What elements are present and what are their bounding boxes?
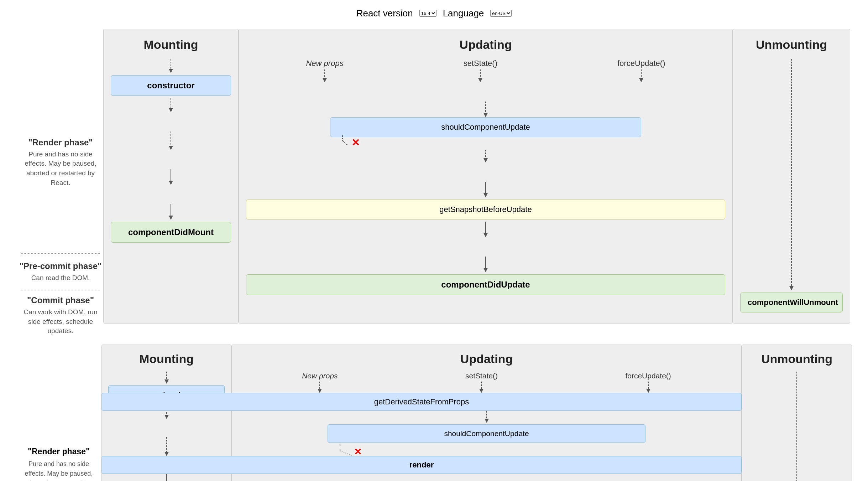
three-columns: Mounting constructor componentDidMount: [103, 29, 850, 324]
component-will-unmount-box: componentWillUnmount: [740, 293, 843, 312]
unmounting-column: Unmounting componentWillUnmount: [733, 29, 850, 324]
final-render-title: "Render phase": [19, 447, 99, 456]
force-update-arrow: [638, 69, 645, 82]
fu-arr3: [645, 382, 652, 393]
should-update-arrow: [482, 102, 489, 117]
constructor-box: constructor: [111, 75, 231, 96]
updating-column: Updating New props setState() forceUpdat…: [239, 29, 733, 324]
svg-marker-5: [169, 146, 173, 150]
fu-x-mark: ✕: [354, 447, 362, 456]
new-props-trigger: New props: [306, 59, 343, 82]
set-state-trigger: setState(): [464, 59, 497, 82]
set-state-label: setState(): [464, 59, 497, 68]
svg-marker-13: [478, 78, 482, 82]
final-cols-wrapper: Mounting constructor componentDidMount: [101, 345, 852, 481]
force-update-label: forceUpdate(): [617, 59, 665, 68]
precommit-phase-desc: Can read the DOM.: [18, 273, 103, 283]
final-fu-lbl: forceUpdate(): [625, 372, 671, 380]
svg-marker-1: [169, 69, 173, 73]
get-snapshot-box: getSnapshotBeforeUpdate: [246, 200, 725, 219]
svg-marker-47: [164, 379, 169, 384]
svg-marker-3: [169, 108, 173, 112]
mount-arrow-3: [167, 131, 174, 150]
fu-arr1: [316, 382, 323, 393]
fm-a3: [163, 437, 170, 456]
react-version-label: React version: [356, 8, 413, 19]
upd-arrow-after-snapshot: [482, 222, 489, 237]
svg-line-19: [343, 141, 348, 145]
fu-x-row: ✕: [328, 444, 645, 457]
final-render-desc: Pure and has no side effects. May be pau…: [19, 459, 99, 481]
should-update-arrow-container: [246, 102, 725, 117]
svg-marker-29: [789, 286, 794, 290]
set-state-arrow: [477, 69, 484, 82]
should-to-render-arrow: [482, 150, 489, 162]
svg-marker-57: [318, 389, 322, 393]
commit-phase-desc: Can work with DOM, run side effects, sch…: [18, 307, 103, 336]
final-layout: "Render phase" Pure and has no side effe…: [0, 345, 868, 481]
false-path-arrow: [334, 135, 351, 150]
language-select[interactable]: en-US: [490, 10, 512, 17]
unmounting-title: Unmounting: [756, 38, 827, 52]
fu-x-svg: [338, 444, 356, 457]
new-props-label: New props: [306, 59, 343, 68]
mounting-column: Mounting constructor componentDidMount: [103, 29, 239, 324]
svg-line-65: [340, 451, 352, 456]
trigger-row: New props setState() forceUpdate(): [246, 59, 725, 82]
react-version-select[interactable]: 16.4: [419, 10, 436, 17]
svg-marker-21: [483, 158, 488, 162]
svg-marker-7: [169, 181, 173, 185]
final-unmount-title: Unmounting: [761, 352, 832, 366]
final-render-phase: "Render phase" Pure and has no side effe…: [16, 385, 101, 481]
new-props-arrow: [321, 69, 328, 82]
svg-marker-63: [485, 419, 489, 423]
final-unmount-col: Unmounting componentWillUnmount: [742, 345, 852, 481]
final-sidebar: "Render phase" Pure and has no side effe…: [16, 345, 101, 481]
page-layout: "Render phase" Pure and has no side effe…: [0, 29, 868, 341]
svg-marker-27: [483, 268, 488, 272]
svg-marker-51: [164, 452, 169, 456]
fm-constructor: constructor: [108, 385, 225, 405]
svg-marker-23: [483, 193, 488, 197]
x-mark: ✕: [351, 137, 360, 149]
render-phase-title: "Render phase": [18, 138, 103, 148]
precommit-phase-title: "Pre-commit phase": [18, 261, 103, 271]
fm-a1: [163, 372, 170, 384]
commit-phase-title: "Commit phase": [18, 295, 103, 305]
mount-arrow-4: [167, 169, 174, 185]
final-mount-col: Mounting constructor componentDidMount: [101, 345, 231, 481]
should-update-false-path: ✕: [330, 137, 642, 150]
final-ss-lbl: setState(): [465, 372, 498, 380]
mount-arrow-1: [167, 59, 174, 73]
unmount-arrow-1: [788, 59, 795, 290]
final-mount-title: Mounting: [139, 352, 194, 366]
language-label: Language: [443, 8, 484, 19]
render-phase-desc: Pure and has no side effects. May be pau…: [18, 150, 103, 187]
commit-phase-section: "Commit phase" Can work with DOM, run si…: [18, 290, 103, 341]
svg-marker-25: [483, 233, 488, 237]
sidebar: "Render phase" Pure and has no side effe…: [18, 29, 103, 341]
fu-a-render: [483, 457, 490, 468]
mount-arrow-5: [167, 204, 174, 220]
final-new-props: New props: [302, 372, 338, 393]
fm-a2: [163, 406, 170, 419]
svg-marker-49: [164, 415, 169, 419]
upd-arrow-to-didupdate: [482, 257, 489, 272]
svg-marker-9: [169, 216, 173, 220]
svg-marker-17: [483, 113, 488, 117]
final-triggers: New props setState() forceUpdate(): [238, 372, 735, 393]
svg-marker-59: [479, 389, 483, 393]
mounting-title: Mounting: [144, 38, 198, 52]
upd-arrow-after-render: [482, 182, 489, 197]
final-update-title: Updating: [460, 352, 513, 366]
fm-a4: [163, 474, 170, 481]
mount-arrow-2: [167, 98, 174, 112]
force-update-trigger: forceUpdate(): [617, 59, 665, 82]
svg-marker-61: [646, 389, 650, 393]
fu-should: shouldComponentUpdate: [328, 424, 645, 443]
final-np-lbl: New props: [302, 372, 338, 380]
should-component-update-box: shouldComponentUpdate: [330, 117, 642, 137]
render-phase-section: "Render phase" Pure and has no side effe…: [18, 68, 103, 253]
svg-marker-11: [323, 78, 327, 82]
component-did-mount-box: componentDidMount: [111, 222, 231, 243]
